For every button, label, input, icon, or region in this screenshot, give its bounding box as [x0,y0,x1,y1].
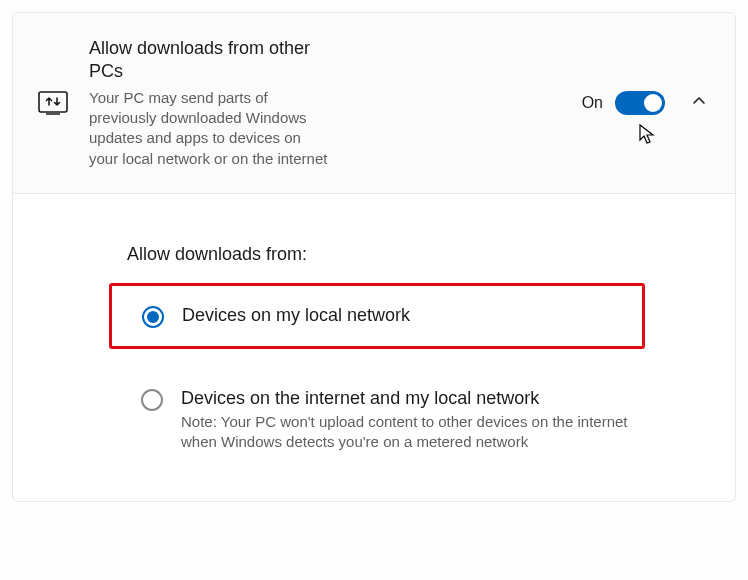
radio-label: Devices on my local network [182,304,628,327]
radio-label: Devices on the internet and my local net… [181,387,631,410]
expanded-options-section: Allow downloads from: Devices on my loca… [13,194,735,501]
radio-option-internet-and-local[interactable]: Devices on the internet and my local net… [127,369,645,471]
toggle-knob [644,94,662,112]
radio-note: Note: Your PC won't upload content to ot… [181,412,631,453]
delivery-icon [37,91,69,115]
setting-description: Your PC may send parts of previously dow… [89,88,329,169]
toggle-state-label: On [582,94,603,112]
svg-rect-0 [39,92,67,112]
radio-button-icon [141,389,163,411]
setting-header-row[interactable]: Allow downloads from other PCs Your PC m… [13,13,735,194]
section-label: Allow downloads from: [127,244,645,265]
setting-title: Allow downloads from other PCs [89,37,329,84]
allow-downloads-toggle[interactable] [615,91,665,115]
toggle-group: On [582,91,707,115]
setting-header-text: Allow downloads from other PCs Your PC m… [89,37,329,169]
delivery-optimization-card: Allow downloads from other PCs Your PC m… [12,12,736,502]
radio-button-icon [142,306,164,328]
chevron-up-icon[interactable] [691,93,707,113]
radio-option-local-network[interactable]: Devices on my local network [109,283,645,349]
mouse-cursor-icon [638,123,656,149]
